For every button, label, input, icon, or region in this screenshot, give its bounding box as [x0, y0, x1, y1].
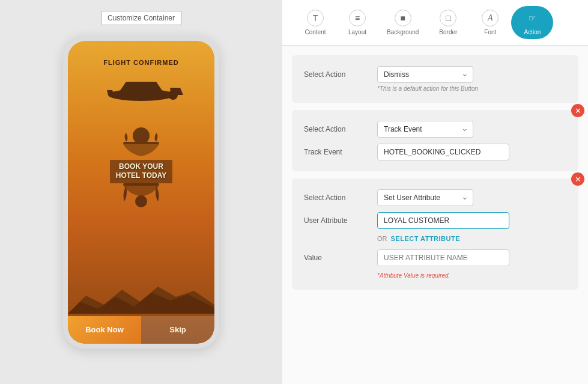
or-select-row: OR SELECT ATTRIBUTE [377, 235, 566, 242]
hotel-text-line1: BOOK YOUR [116, 162, 166, 172]
action-section-attribute: ✕ Select Action Dismiss Track Event Set … [292, 178, 578, 290]
ornament-top-icon [111, 124, 171, 160]
mountains-icon [68, 284, 214, 316]
ornament-bottom-icon [111, 183, 171, 216]
value-input[interactable] [377, 249, 509, 266]
remove-attribute-button[interactable]: ✕ [571, 172, 584, 186]
dismiss-hint-text: *This is a default action for this Butto… [377, 85, 566, 92]
dismiss-action-select[interactable]: Dismiss Track Event Set User Attribute O… [377, 66, 473, 83]
left-panel: Customize Container FLIGHT CONFIRMED [0, 0, 282, 384]
svg-rect-7 [123, 183, 159, 186]
svg-marker-1 [117, 82, 165, 95]
svg-point-5 [133, 127, 150, 144]
phone-mockup: FLIGHT CONFIRMED [63, 36, 219, 349]
track-event-label: Track Event [304, 148, 370, 156]
value-label: Value [304, 254, 370, 262]
customize-label: Customize Container [101, 11, 181, 25]
user-attribute-input[interactable] [377, 212, 509, 229]
action-icon: ☞ [524, 10, 541, 26]
attribute-action-label: Select Action [304, 194, 370, 202]
dismiss-action-row: Select Action Dismiss Track Event Set Us… [304, 66, 566, 83]
border-icon: □ [440, 10, 456, 26]
tab-content[interactable]: T Content [294, 6, 336, 39]
tab-border[interactable]: □ Border [427, 6, 469, 39]
track-event-input[interactable] [377, 144, 509, 160]
book-now-button[interactable]: Book Now [68, 316, 141, 344]
tab-action[interactable]: ☞ Action [511, 6, 553, 39]
user-attribute-row: User Attribute [304, 212, 566, 229]
select-attribute-link[interactable]: SELECT ATTRIBUTE [391, 235, 461, 242]
attribute-action-row: Select Action Dismiss Track Event Set Us… [304, 189, 566, 206]
track-action-row: Select Action Dismiss Track Event Set Us… [304, 121, 566, 138]
tab-font[interactable]: A Font [469, 6, 511, 39]
or-text: OR [377, 235, 387, 242]
background-icon: ■ [395, 10, 411, 26]
dismiss-select-wrapper: Dismiss Track Event Set User Attribute O… [377, 66, 473, 83]
action-section-track: ✕ Select Action Dismiss Track Event Set … [292, 110, 578, 171]
hotel-text-line2: HOTEL TODAY [116, 171, 166, 181]
track-action-label: Select Action [304, 125, 370, 133]
attribute-select-wrapper: Dismiss Track Event Set User Attribute O… [377, 189, 473, 206]
tab-background[interactable]: ■ Background [378, 6, 427, 39]
remove-track-button[interactable]: ✕ [571, 104, 584, 117]
font-icon: A [482, 10, 499, 26]
right-panel: T Content ≡ Layout ■ Background □ Border… [282, 0, 588, 384]
content-icon: T [307, 10, 324, 26]
svg-marker-3 [107, 90, 114, 95]
svg-point-4 [168, 90, 178, 100]
track-event-row: Track Event [304, 144, 566, 160]
value-row: Value [304, 249, 566, 266]
toolbar: T Content ≡ Layout ■ Background □ Border… [282, 0, 588, 46]
button-row: Book Now Skip [68, 316, 214, 344]
attribute-action-select[interactable]: Dismiss Track Event Set User Attribute O… [377, 189, 473, 206]
plane-icon [87, 71, 195, 121]
svg-rect-6 [123, 142, 159, 144]
track-action-select[interactable]: Dismiss Track Event Set User Attribute O… [377, 121, 473, 138]
layout-icon: ≡ [349, 10, 366, 26]
tab-layout[interactable]: ≡ Layout [336, 6, 378, 39]
svg-point-8 [135, 195, 147, 207]
phone-screen: FLIGHT CONFIRMED [68, 41, 214, 344]
user-attribute-label: User Attribute [304, 216, 370, 225]
action-sections: Select Action Dismiss Track Event Set Us… [282, 46, 588, 299]
track-select-wrapper: Dismiss Track Event Set User Attribute O… [377, 121, 473, 138]
phone-content: FLIGHT CONFIRMED [68, 41, 214, 344]
hotel-badge: BOOK YOUR HOTEL TODAY [110, 124, 172, 216]
action-section-dismiss: Select Action Dismiss Track Event Set Us… [292, 55, 578, 103]
dismiss-action-label: Select Action [304, 70, 370, 79]
skip-button[interactable]: Skip [141, 316, 214, 344]
flight-confirmed-text: FLIGHT CONFIRMED [103, 59, 178, 66]
attribute-error-text: *Attribute Value is required. [377, 272, 566, 279]
